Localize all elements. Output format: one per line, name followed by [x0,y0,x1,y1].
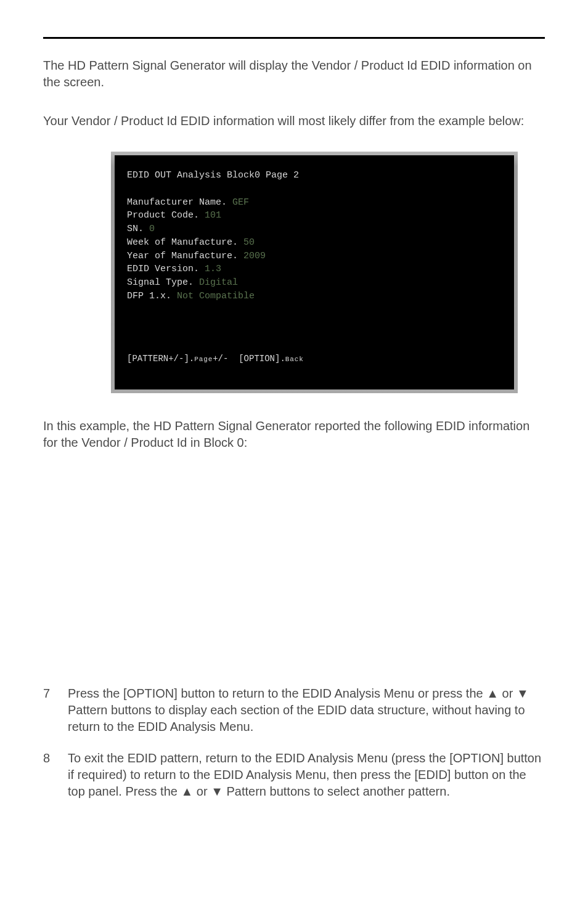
terminal-row-value: GEF [232,197,249,208]
terminal-row-label: EDID Version. [127,264,205,274]
intro-paragraph-2: Your Vendor / Product Id EDID informatio… [43,113,545,129]
terminal-row-value: 0 [149,224,155,234]
list-item: 8 To exit the EDID pattern, return to th… [43,750,545,800]
terminal-screenshot: EDID OUT Analysis Block0 Page 2 Manufact… [111,152,518,393]
page-top-rule [43,37,545,39]
terminal-screen: EDID OUT Analysis Block0 Page 2 Manufact… [115,155,514,389]
terminal-footer-part: [PATTERN+/-]. [127,354,194,364]
terminal-footer-part: Back [285,356,304,363]
terminal-row-value: 1.3 [205,264,221,274]
terminal-row-value: 101 [205,210,221,221]
terminal-row: Year of Manufacture. 2009 [127,251,266,261]
terminal-row-value: Not Compatible [177,291,255,301]
terminal-row-label: Week of Manufacture. [127,237,243,248]
terminal-row: Product Code. 101 [127,210,221,221]
step-text: To exit the EDID pattern, return to the … [68,750,545,800]
terminal-row-label: Manufacturer Name. [127,197,232,208]
terminal-footer-part: Page [194,356,213,363]
terminal-title: EDID OUT Analysis Block0 Page 2 [127,170,299,181]
step-number: 7 [43,685,68,735]
terminal-footer-part: [OPTION]. [228,354,285,364]
after-paragraph: In this example, the HD Pattern Signal G… [43,418,545,451]
terminal-row: SN. 0 [127,224,155,234]
terminal-footer: [PATTERN+/-].Page+/- [OPTION].Back [127,353,502,365]
terminal-row-label: Year of Manufacture. [127,251,243,261]
step-text: Press the [OPTION] button to return to t… [68,685,545,735]
terminal-row-value: 2009 [243,251,266,261]
terminal-footer-part: +/- [213,354,228,364]
terminal-row-value: Digital [199,277,238,288]
terminal-row-label: Product Code. [127,210,205,221]
terminal-row: EDID Version. 1.3 [127,264,221,274]
step-number: 8 [43,750,68,800]
terminal-row-label: DFP 1.x. [127,291,177,301]
intro-paragraph-1: The HD Pattern Signal Generator will dis… [43,57,545,91]
list-item: 7 Press the [OPTION] button to return to… [43,685,545,735]
terminal-row-label: SN. [127,224,149,234]
terminal-row-value: 50 [243,237,255,248]
terminal-row-label: Signal Type. [127,277,199,288]
terminal-bezel: EDID OUT Analysis Block0 Page 2 Manufact… [111,152,518,393]
terminal-row: Manufacturer Name. GEF [127,197,249,208]
terminal-row: DFP 1.x. Not Compatible [127,291,255,301]
terminal-row: Signal Type. Digital [127,277,238,288]
terminal-row: Week of Manufacture. 50 [127,237,255,248]
steps-list: 7 Press the [OPTION] button to return to… [43,685,545,800]
